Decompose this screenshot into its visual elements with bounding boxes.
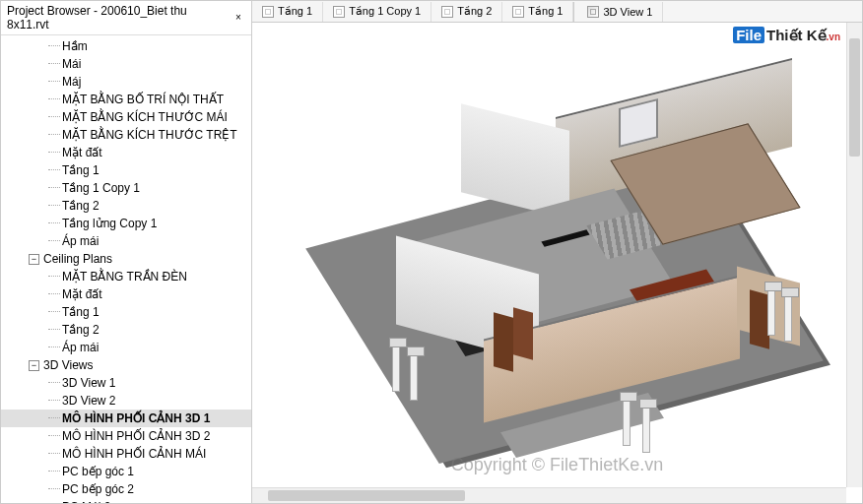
tree-item-label: Hầm [62,39,88,53]
tree-item-label: PC bếp góc 1 [62,465,134,478]
tree-item-label: 3D View 2 [62,394,115,408]
project-browser-tree[interactable]: HầmMáiMájMẶT BẰNG BỐ TRÍ NỘI THẤTMẶT BẰN… [1,35,251,503]
tree-view-item[interactable]: MẶT BẰNG TRẦN ĐÈN [1,268,251,285]
tree-item-label: MÔ HÌNH PHỐI CẢNH 3D 2 [62,429,210,443]
tree-view-item[interactable]: Tầng 1 [1,161,251,179]
tree-item-label: 3D Views [43,358,93,372]
tree-view-item[interactable]: Tầng 1 [1,303,251,321]
tree-item-label: Tầng 1 [62,305,100,319]
tree-item-label: Mặt đất [62,146,102,159]
scrollbar-horizontal[interactable] [252,487,846,503]
door-left [494,312,513,371]
tree-item-label: 3D View 1 [62,376,115,390]
tree-view-item[interactable]: PC Mái 2 [1,498,251,503]
tab-label: Tầng 1 Copy 1 [349,5,421,18]
door-left-2 [513,307,533,359]
tree-view-item[interactable]: MÔ HÌNH PHỐI CẢNH MÁI [1,445,251,463]
project-browser-title: Project Browser - 200610_Biet thu 8x11.r… [7,4,232,32]
tree-view-item[interactable]: PC bếp góc 1 [1,463,251,480]
pillar [767,288,775,336]
tree-view-item[interactable]: MẶT BẰNG BỐ TRÍ NỘI THẤT [1,91,251,108]
tree-view-item[interactable]: 3D View 1 [1,374,251,392]
view-tabs: Tầng 1Tầng 1 Copy 1Tầng 2Tầng 13D View 1 [252,1,862,23]
door-right [750,289,769,348]
pillar [784,294,792,342]
tree-item-label: MÔ HÌNH PHỐI CẢNH MÁI [62,447,206,461]
tree-category[interactable]: −3D Views [1,356,251,374]
tree-item-label: Máj [62,75,81,89]
tree-item-label: PC bếp góc 2 [62,482,134,496]
tree-view-item[interactable]: Áp mái [1,339,251,356]
tab-label: Tầng 1 [278,5,312,18]
floorplan-icon [333,6,345,18]
tree-toggle-icon[interactable]: − [29,254,39,265]
tree-toggle-icon[interactable]: − [29,360,39,371]
tree-view-item[interactable]: MÔ HÌNH PHỐI CẢNH 3D 2 [1,427,251,445]
pillar [642,406,650,453]
floorplan-icon [441,6,453,18]
tree-view-item[interactable]: Hầm [1,37,251,55]
main-area: Tầng 1Tầng 1 Copy 1Tầng 2Tầng 13D View 1 [252,1,862,503]
floorplan-icon [512,6,524,18]
tree-item-label: MÔ HÌNH PHỐI CẢNH 3D 1 [62,411,210,425]
tree-item-label: Áp mái [62,341,99,354]
tree-item-label: Mái [62,57,81,71]
scrollbar-vertical[interactable] [846,23,862,487]
tree-view-item[interactable]: Tầng 2 [1,197,251,215]
tree-view-item[interactable]: Máj [1,73,251,91]
tree-item-label: Tầng 1 [62,163,100,177]
scene-3d [311,66,804,460]
project-browser-header: Project Browser - 200610_Biet thu 8x11.r… [1,1,251,35]
view-tab[interactable]: Tầng 1 [502,2,573,22]
view-tab[interactable]: Tầng 2 [432,2,502,22]
tree-item-label: MẶT BẰNG KÍCH THƯỚC TRỆT [62,128,237,142]
tree-view-item[interactable]: Tầng 1 Copy 1 [1,179,251,197]
logo-part-2: Thiết Kế [766,27,827,43]
tree-view-item[interactable]: MÔ HÌNH PHỐI CẢNH 3D 1 [1,410,251,427]
tree-item-label: PC Mái 2 [62,500,110,503]
watermark-logo: FileThiết Kế.vn [733,27,840,44]
logo-part-3: .vn [827,32,840,42]
tab-label: Tầng 1 [528,5,563,18]
tree-view-item[interactable]: Mặt đất [1,144,251,161]
tree-view-item[interactable]: MẶT BẰNG KÍCH THƯỚC TRỆT [1,126,251,144]
tree-view-item[interactable]: 3D View 2 [1,392,251,410]
project-browser-panel: Project Browser - 200610_Biet thu 8x11.r… [1,1,252,503]
tree-item-label: Tầng lửng Copy 1 [62,217,157,230]
tree-view-item[interactable]: MẶT BẰNG KÍCH THƯỚC MÁI [1,108,251,126]
tree-view-item[interactable]: Tầng 2 [1,321,251,339]
pillar [623,399,631,446]
tree-item-label: Tầng 1 Copy 1 [62,181,140,195]
tree-item-label: MẶT BẰNG KÍCH THƯỚC MÁI [62,110,228,124]
tree-view-item[interactable]: PC bếp góc 2 [1,480,251,498]
tree-item-label: MẶT BẰNG BỐ TRÍ NỘI THẤT [62,93,224,106]
tree-item-label: MẶT BẰNG TRẦN ĐÈN [62,270,187,284]
view-tab[interactable]: 3D View 1 [577,2,663,22]
tree-view-item[interactable]: Tầng lửng Copy 1 [1,215,251,232]
view-tab[interactable]: Tầng 1 [252,2,323,22]
view-tab[interactable]: Tầng 1 Copy 1 [323,2,432,22]
close-icon[interactable]: × [232,11,245,25]
tree-item-label: Mặt đất [62,287,102,301]
tree-item-label: Tầng 2 [62,323,100,337]
tree-view-item[interactable]: Áp mái [1,232,251,250]
tree-view-item[interactable]: Mặt đất [1,285,251,303]
logo-part-1: File [733,27,764,43]
tab-label: 3D View 1 [603,6,652,18]
tree-item-label: Áp mái [62,234,99,248]
pillar [410,353,418,401]
floorplan-icon [262,6,274,18]
tree-item-label: Ceiling Plans [43,252,112,266]
tab-label: Tầng 2 [457,5,492,18]
viewport-3d[interactable]: FileThiết Kế.vn Copyright © FileThietKe.… [252,23,862,503]
pillar [392,345,400,392]
tree-item-label: Tầng 2 [62,199,100,213]
tree-category[interactable]: −Ceiling Plans [1,250,251,268]
tree-view-item[interactable]: Mái [1,55,251,73]
view-3d-icon [587,6,599,18]
